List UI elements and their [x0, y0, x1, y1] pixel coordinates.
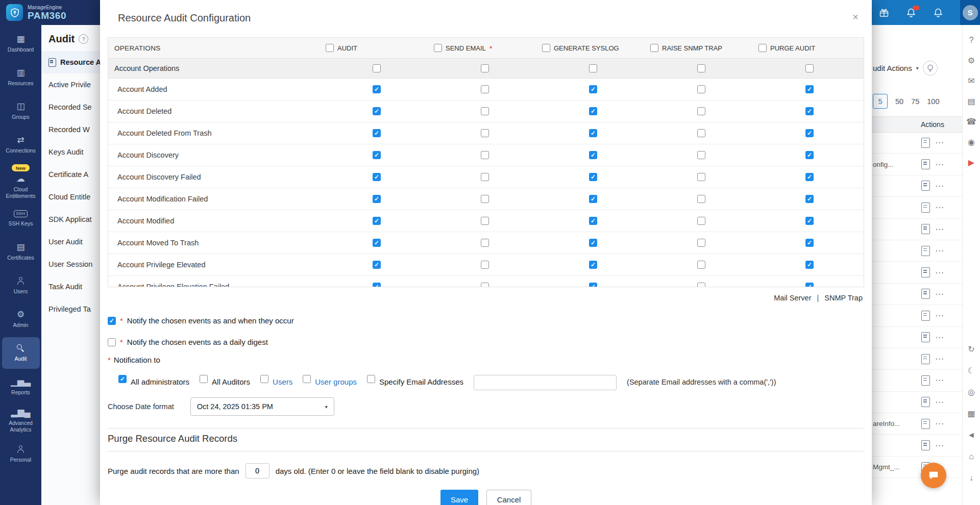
operation-checkbox[interactable] — [697, 239, 705, 247]
operation-checkbox[interactable] — [373, 217, 381, 225]
avatar[interactable]: S — [963, 5, 978, 20]
more-actions-icon[interactable]: ⋯ — [935, 376, 944, 385]
operation-checkbox[interactable] — [589, 107, 597, 115]
requests-icon[interactable]: ▤ — [967, 97, 975, 106]
operation-checkbox[interactable] — [373, 107, 381, 115]
operation-checkbox[interactable] — [805, 107, 814, 115]
operation-checkbox[interactable] — [373, 151, 381, 159]
alert-bell-icon[interactable] — [906, 8, 916, 18]
operation-checkbox[interactable] — [805, 129, 814, 137]
operation-checkbox[interactable] — [373, 283, 381, 287]
help-icon[interactable]: ? — [969, 36, 974, 44]
operation-checkbox[interactable] — [697, 173, 705, 181]
nav-item-personal[interactable]: Personal — [2, 438, 40, 470]
mail-icon[interactable]: ✉ — [968, 77, 974, 85]
column-select-all-checkbox[interactable] — [434, 44, 442, 52]
recipient-label[interactable]: Users — [273, 377, 292, 386]
document-icon[interactable] — [921, 203, 930, 213]
operation-checkbox[interactable] — [805, 261, 814, 269]
download-icon[interactable]: ↓ — [969, 474, 973, 482]
operation-checkbox[interactable] — [697, 129, 705, 137]
help-icon[interactable]: ? — [79, 34, 88, 44]
purge-days-input[interactable] — [246, 463, 270, 478]
operation-checkbox[interactable] — [589, 261, 597, 269]
user-groups-checkbox[interactable] — [303, 375, 311, 383]
more-actions-icon[interactable]: ⋯ — [935, 268, 944, 277]
audit-actions-button[interactable]: udit Actions — [873, 64, 912, 72]
operation-checkbox[interactable] — [373, 261, 381, 269]
operation-checkbox[interactable] — [589, 173, 597, 181]
operation-checkbox[interactable] — [481, 261, 489, 269]
operation-checkbox[interactable] — [589, 195, 597, 203]
more-actions-icon[interactable]: ⋯ — [935, 225, 944, 234]
page-size-option[interactable]: 75 — [911, 97, 919, 106]
group-checkbox[interactable] — [697, 64, 705, 72]
specify-email-addresses-checkbox[interactable] — [367, 375, 375, 383]
document-icon[interactable] — [921, 419, 930, 429]
nav-item-users[interactable]: Users — [2, 270, 40, 301]
mail-server-link[interactable]: Mail Server — [774, 294, 811, 302]
operation-checkbox[interactable] — [697, 283, 705, 287]
document-icon[interactable] — [921, 246, 930, 256]
page-size-option[interactable]: 100 — [927, 97, 939, 106]
more-actions-icon[interactable]: ⋯ — [935, 311, 944, 320]
operation-checkbox[interactable] — [697, 261, 705, 269]
document-icon[interactable] — [921, 397, 930, 407]
operation-checkbox[interactable] — [373, 239, 381, 247]
operation-checkbox[interactable] — [589, 283, 597, 287]
notify-digest-checkbox[interactable] — [108, 338, 116, 346]
operation-checkbox[interactable] — [481, 195, 489, 203]
operation-checkbox[interactable] — [805, 239, 814, 247]
operation-checkbox[interactable] — [481, 129, 489, 137]
operation-checkbox[interactable] — [697, 217, 705, 225]
operation-checkbox[interactable] — [373, 129, 381, 137]
document-icon[interactable] — [921, 224, 930, 234]
page-size-option[interactable]: 50 — [895, 97, 903, 106]
more-actions-icon[interactable]: ⋯ — [935, 333, 944, 342]
operation-checkbox[interactable] — [805, 85, 814, 93]
operation-checkbox[interactable] — [697, 151, 705, 159]
operation-checkbox[interactable] — [481, 107, 489, 115]
announcement-icon[interactable]: ◄ — [967, 431, 975, 439]
document-icon[interactable] — [921, 354, 930, 364]
users-checkbox[interactable] — [260, 375, 268, 383]
more-actions-icon[interactable]: ⋯ — [935, 419, 944, 428]
group-checkbox[interactable] — [805, 64, 814, 72]
cancel-button[interactable]: Cancel — [486, 490, 531, 505]
more-actions-icon[interactable]: ⋯ — [935, 138, 944, 147]
user-menu[interactable]: S — [960, 0, 980, 25]
nav-item-ssh-keys[interactable]: SSHSSH Keys — [2, 203, 40, 234]
more-actions-icon[interactable]: ⋯ — [935, 355, 944, 363]
support-icon[interactable]: ◎ — [968, 388, 975, 396]
operation-checkbox[interactable] — [373, 195, 381, 203]
group-checkbox[interactable] — [481, 64, 489, 72]
column-select-all-checkbox[interactable] — [326, 44, 334, 52]
email-addresses-input[interactable] — [474, 375, 617, 390]
more-actions-icon[interactable]: ⋯ — [935, 246, 944, 255]
operation-checkbox[interactable] — [805, 217, 814, 225]
chat-button[interactable] — [921, 463, 946, 488]
home-icon[interactable]: ⌂ — [969, 452, 974, 461]
operation-checkbox[interactable] — [805, 283, 814, 287]
operation-checkbox[interactable] — [697, 195, 705, 203]
nav-item-reports[interactable]: ▁▅▃Reports — [2, 371, 40, 402]
page-size-option[interactable]: 5 — [873, 94, 888, 109]
document-icon[interactable] — [921, 159, 930, 169]
document-icon[interactable] — [921, 332, 930, 342]
lightbulb-icon[interactable] — [923, 61, 938, 75]
snmp-trap-link[interactable]: SNMP Trap — [824, 294, 863, 302]
operation-checkbox[interactable] — [481, 217, 489, 225]
nav-item-audit[interactable]: Audit — [2, 337, 40, 369]
column-select-all-checkbox[interactable] — [758, 44, 767, 52]
operation-checkbox[interactable] — [805, 151, 814, 159]
operation-checkbox[interactable] — [589, 151, 597, 159]
close-icon[interactable]: × — [852, 11, 859, 23]
more-actions-icon[interactable]: ⋯ — [935, 182, 944, 190]
nav-item-resources[interactable]: ▥Resources — [2, 62, 40, 93]
recipient-label[interactable]: User groups — [315, 377, 357, 386]
date-format-select[interactable]: Oct 24, 2025 01:35 PM ▾ — [190, 397, 334, 416]
operation-checkbox[interactable] — [697, 107, 705, 115]
document-icon[interactable] — [921, 440, 930, 450]
nav-item-advanced-analytics[interactable]: ▂▆▄Advanced Analytics — [2, 405, 40, 436]
save-button[interactable]: Save — [440, 490, 478, 505]
